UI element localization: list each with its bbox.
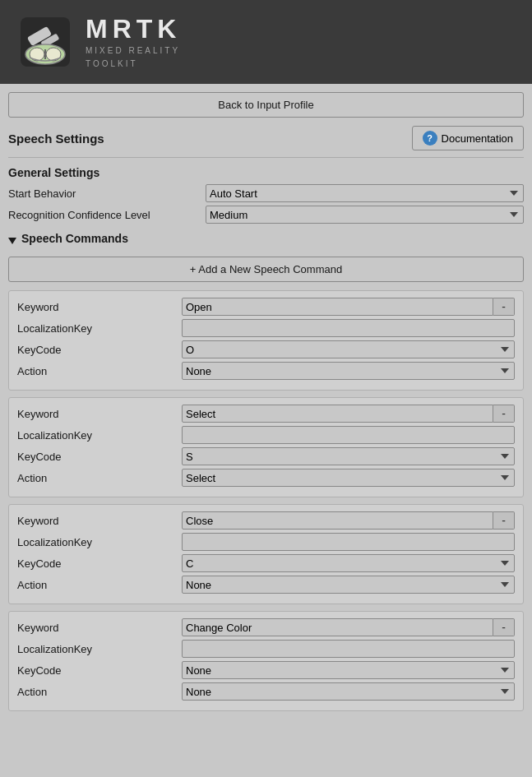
keycode-select-2[interactable]: C: [182, 554, 515, 572]
documentation-button-label: Documentation: [442, 132, 513, 145]
remove-button-1[interactable]: -: [493, 405, 515, 423]
general-settings-title: General Settings: [8, 166, 524, 179]
keyword-label-1: Keyword: [17, 408, 182, 420]
localization-label-2: LocalizationKey: [17, 536, 182, 548]
speech-settings-title: Speech Settings: [8, 132, 104, 146]
keyword-input-group-2: -: [182, 511, 515, 530]
collapse-triangle-icon: [8, 238, 16, 244]
recognition-confidence-select[interactable]: Low Medium High: [206, 206, 524, 224]
action-select-2[interactable]: None: [182, 576, 515, 594]
remove-button-0[interactable]: -: [493, 298, 515, 316]
speech-commands-header: Speech Commands: [8, 232, 524, 250]
documentation-icon-label: ?: [427, 133, 433, 143]
documentation-icon: ?: [423, 131, 437, 146]
speech-commands-section: Speech Commands + Add a New Speech Comma…: [8, 232, 524, 711]
svg-rect-6: [44, 49, 46, 59]
keyword-input-3[interactable]: [182, 618, 493, 636]
keyword-row-1: Keyword -: [17, 405, 515, 423]
action-row-0: Action None: [17, 362, 515, 380]
action-label-0: Action: [17, 365, 182, 377]
keyword-row-3: Keyword -: [17, 618, 515, 636]
mrtk-logo-icon: [16, 13, 74, 71]
header: MRTK MIXED REALITY TOOLKIT: [0, 0, 532, 84]
action-select-1[interactable]: Select None: [182, 469, 515, 487]
logo-title: MRTK: [86, 14, 181, 44]
logo-area: MRTK MIXED REALITY TOOLKIT: [16, 13, 181, 71]
keycode-row-0: KeyCode O: [17, 340, 515, 358]
command-card-2: Keyword - LocalizationKey KeyCode C Acti…: [8, 504, 524, 604]
keyword-input-group-3: -: [182, 618, 515, 636]
localization-row-3: LocalizationKey: [17, 640, 515, 658]
recognition-confidence-label: Recognition Confidence Level: [8, 209, 206, 221]
action-select-3[interactable]: None: [182, 682, 515, 701]
keyword-row-2: Keyword -: [17, 511, 515, 530]
keycode-row-2: KeyCode C: [17, 554, 515, 572]
section-divider: [8, 157, 524, 158]
logo-subtitle-line2: TOOLKIT: [86, 58, 181, 71]
localization-label-3: LocalizationKey: [17, 643, 182, 655]
command-card-1: Keyword - LocalizationKey KeyCode S Acti…: [8, 397, 524, 497]
keycode-select-0[interactable]: O: [182, 340, 515, 358]
keyword-label-2: Keyword: [17, 515, 182, 527]
localization-input-3[interactable]: [182, 640, 515, 658]
localization-label-0: LocalizationKey: [17, 322, 182, 335]
main-content: Back to Input Profile Speech Settings ? …: [0, 84, 532, 726]
action-label-1: Action: [17, 472, 182, 484]
action-label-2: Action: [17, 579, 182, 591]
remove-button-3[interactable]: -: [493, 618, 515, 636]
keycode-row-3: KeyCode None: [17, 661, 515, 679]
command-card-3: Keyword - LocalizationKey KeyCode None A…: [8, 611, 524, 711]
speech-settings-header-row: Speech Settings ? Documentation: [8, 126, 524, 150]
general-settings-section: General Settings Start Behavior Auto Sta…: [8, 166, 524, 224]
logo-subtitle-line1: MIXED REALITY: [86, 44, 181, 58]
command-card-0: Keyword - LocalizationKey KeyCode O Acti…: [8, 290, 524, 391]
action-row-3: Action None: [17, 682, 515, 701]
action-select-0[interactable]: None: [182, 362, 515, 380]
add-speech-command-button[interactable]: + Add a New Speech Command: [8, 257, 524, 282]
keyword-input-group-0: -: [182, 298, 515, 316]
keycode-select-3[interactable]: None: [182, 661, 515, 679]
start-behavior-row: Start Behavior Auto Start Manual Start: [8, 184, 524, 202]
keycode-select-1[interactable]: S: [182, 447, 515, 465]
action-label-3: Action: [17, 686, 182, 698]
speech-commands-title: Speech Commands: [21, 232, 128, 245]
logo-text: MRTK MIXED REALITY TOOLKIT: [86, 14, 181, 71]
localization-row-2: LocalizationKey: [17, 533, 515, 551]
keyword-input-2[interactable]: [182, 511, 493, 530]
action-row-2: Action None: [17, 576, 515, 594]
keyword-label-0: Keyword: [17, 301, 182, 313]
localization-row-0: LocalizationKey: [17, 319, 515, 337]
keyword-label-3: Keyword: [17, 622, 182, 634]
back-to-input-profile-button[interactable]: Back to Input Profile: [8, 92, 524, 118]
keyword-input-0[interactable]: [182, 298, 493, 316]
action-row-1: Action Select None: [17, 469, 515, 487]
localization-input-2[interactable]: [182, 533, 515, 551]
keyword-input-1[interactable]: [182, 405, 493, 423]
keycode-label-1: KeyCode: [17, 451, 182, 463]
localization-input-0[interactable]: [182, 319, 515, 337]
keycode-label-2: KeyCode: [17, 557, 182, 570]
keycode-label-0: KeyCode: [17, 344, 182, 356]
documentation-button[interactable]: ? Documentation: [412, 126, 524, 150]
localization-row-1: LocalizationKey: [17, 426, 515, 444]
start-behavior-label: Start Behavior: [8, 187, 206, 200]
keycode-label-3: KeyCode: [17, 664, 182, 677]
remove-button-2[interactable]: -: [493, 511, 515, 530]
start-behavior-select[interactable]: Auto Start Manual Start: [206, 184, 524, 202]
keyword-input-group-1: -: [182, 405, 515, 423]
localization-label-1: LocalizationKey: [17, 429, 182, 442]
localization-input-1[interactable]: [182, 426, 515, 444]
keycode-row-1: KeyCode S: [17, 447, 515, 465]
recognition-confidence-row: Recognition Confidence Level Low Medium …: [8, 206, 524, 224]
keyword-row-0: Keyword -: [17, 298, 515, 316]
